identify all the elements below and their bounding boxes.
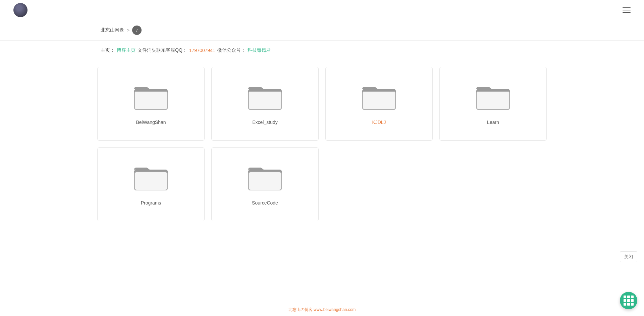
breadcrumb-current[interactable]: / xyxy=(132,26,142,35)
folder-learn[interactable]: Learn xyxy=(439,67,547,141)
folder-name-programs: Programs xyxy=(141,200,161,206)
avatar[interactable] xyxy=(13,3,28,17)
svg-rect-11 xyxy=(477,92,509,109)
main-content: BeiWangShan Excel_study KJDLJ xyxy=(0,60,644,228)
grid-fab-icon xyxy=(624,296,634,306)
wechat-name[interactable]: 科技毒瘾君 xyxy=(248,47,271,53)
close-button[interactable]: 关闭 xyxy=(620,252,637,262)
svg-rect-8 xyxy=(363,92,395,109)
avatar-image xyxy=(13,3,28,17)
folder-sourcecode[interactable]: SourceCode xyxy=(211,147,319,221)
breadcrumb-separator: > xyxy=(127,28,129,33)
folder-name-learn: Learn xyxy=(487,120,499,125)
blog-link[interactable]: 博客主页 xyxy=(117,47,136,53)
svg-rect-2 xyxy=(135,92,167,109)
info-bar: 主页： 博客主页 文件消失联系客服QQ： 1797007941 微信公众号： 科… xyxy=(0,41,644,60)
qq-number: 1797007941 xyxy=(189,48,215,53)
watermark: 北忘山の博客 www.beiwangshan.com xyxy=(288,307,356,313)
info-label: 主页： xyxy=(101,47,115,53)
file-lost-text: 文件消失联系客服QQ： xyxy=(138,47,187,53)
folder-icon-excel-study xyxy=(248,83,282,111)
folder-kjdlj[interactable]: KJDLJ xyxy=(325,67,433,141)
folder-excel-study[interactable]: Excel_study xyxy=(211,67,319,141)
folder-name-sourcecode: SourceCode xyxy=(252,200,278,206)
svg-rect-14 xyxy=(135,172,167,190)
folder-icon-beiwangshan xyxy=(134,83,168,111)
folder-name-kjdlj: KJDLJ xyxy=(372,120,386,125)
folder-icon-sourcecode xyxy=(248,164,282,192)
folder-name-excel-study: Excel_study xyxy=(252,120,277,125)
folder-beiwangshan[interactable]: BeiWangShan xyxy=(97,67,205,141)
folder-icon-kjdlj xyxy=(362,83,396,111)
hamburger-menu[interactable] xyxy=(623,7,631,13)
folder-icon-programs xyxy=(134,164,168,192)
svg-rect-17 xyxy=(249,172,281,190)
breadcrumb: 北忘山网盘 > / xyxy=(0,20,644,41)
folder-grid-row1: BeiWangShan Excel_study KJDLJ xyxy=(97,67,547,141)
header xyxy=(0,0,644,20)
wechat-text: 微信公众号： xyxy=(217,47,246,53)
folder-programs[interactable]: Programs xyxy=(97,147,205,221)
folder-name-beiwangshan: BeiWangShan xyxy=(136,120,166,125)
svg-rect-5 xyxy=(249,92,281,109)
folder-icon-learn xyxy=(476,83,510,111)
breadcrumb-home[interactable]: 北忘山网盘 xyxy=(101,27,124,33)
grid-fab[interactable] xyxy=(620,292,637,309)
folder-grid-row2: Programs SourceCode xyxy=(97,147,547,221)
